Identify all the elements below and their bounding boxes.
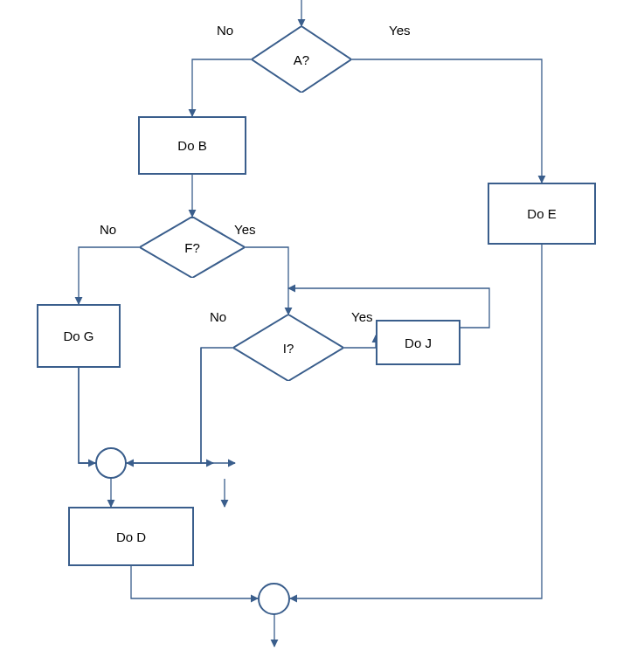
process-e-label: Do E bbox=[527, 206, 556, 221]
process-e: Do E bbox=[488, 183, 596, 245]
process-b: Do B bbox=[138, 116, 246, 175]
process-d: Do D bbox=[68, 507, 194, 566]
decision-f-label: F? bbox=[140, 217, 245, 278]
edge-f-yes-label: Yes bbox=[234, 222, 255, 237]
decision-f: F? bbox=[140, 217, 245, 278]
merge-1 bbox=[95, 447, 127, 479]
process-b-label: Do B bbox=[177, 138, 206, 153]
decision-i-label: I? bbox=[233, 315, 343, 381]
edge-a-yes-label: Yes bbox=[389, 23, 410, 38]
merge-2 bbox=[258, 583, 290, 615]
edge-f-no-label: No bbox=[100, 222, 116, 237]
flowchart-canvas: { "nodes": { "A": { "label": "A?" }, "B"… bbox=[0, 0, 644, 657]
process-g-label: Do G bbox=[63, 328, 93, 343]
process-d-label: Do D bbox=[116, 529, 146, 544]
process-j-label: Do J bbox=[405, 335, 432, 350]
edge-i-yes-label: Yes bbox=[351, 309, 372, 324]
process-j: Do J bbox=[376, 320, 460, 365]
decision-a-label: A? bbox=[252, 26, 351, 93]
decision-a: A? bbox=[252, 26, 351, 93]
edge-i-no-label: No bbox=[210, 309, 226, 324]
process-g: Do G bbox=[37, 304, 121, 368]
decision-i: I? bbox=[233, 315, 343, 381]
edge-a-no-label: No bbox=[217, 23, 233, 38]
